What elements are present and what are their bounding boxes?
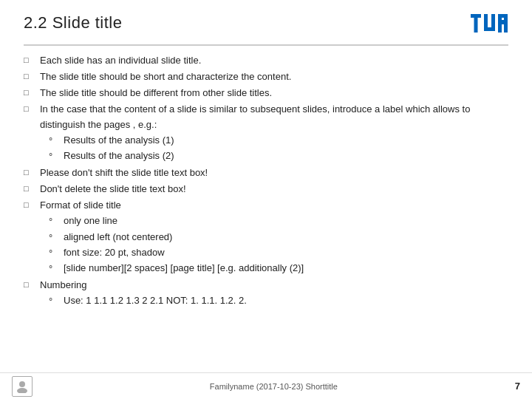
sub-bullet-icon: ⚬ <box>47 293 61 306</box>
sub-bullet-text: Results of the analysis (1) <box>64 133 174 148</box>
sub-bullet-list: ⚬ only one line ⚬ aligned left (not cent… <box>47 214 508 276</box>
sub-list-item: ⚬ [slide number][2 spaces] [page title] … <box>47 261 508 276</box>
bullet-icon: □ <box>24 54 37 66</box>
sub-bullet-text: [slide number][2 spaces] [page title] [e… <box>64 261 304 276</box>
bullet-text: Each slide has an individual slide title… <box>40 53 508 68</box>
bullet-icon: □ <box>24 86 37 99</box>
bullet-icon: □ <box>24 199 37 211</box>
slide-footer: Familyname (2017-10-23) Shorttitle 7 <box>0 372 532 399</box>
bullet-text: In the case that the content of a slide … <box>40 102 508 164</box>
sub-list-item: ⚬ font size: 20 pt, shadow <box>47 245 508 260</box>
bullet-icon: □ <box>24 103 37 115</box>
sub-list-item: ⚬ Results of the analysis (2) <box>47 149 508 163</box>
sub-bullet-text: Results of the analysis (2) <box>64 149 174 163</box>
list-item: □ Format of slide title ⚬ only one line … <box>24 198 508 276</box>
sub-bullet-text: only one line <box>64 214 117 228</box>
bullet-icon: □ <box>24 70 37 83</box>
bullet-text: Don't delete the slide title text box! <box>40 182 508 197</box>
sub-list-item: ⚬ Use: 1 1.1 1.2 1.3 2 2.1 NOT: 1. 1.1. … <box>47 293 508 308</box>
sub-bullet-icon: ⚬ <box>47 261 61 273</box>
sub-list-item: ⚬ Results of the analysis (1) <box>47 133 508 148</box>
sub-bullet-list: ⚬ Use: 1 1.1 1.2 1.3 2 2.1 NOT: 1. 1.1. … <box>47 293 508 308</box>
sub-list-item: ⚬ only one line <box>47 214 508 228</box>
slide-header: 2.2 Slide title <box>24 13 508 46</box>
svg-point-9 <box>19 381 25 387</box>
avatar-icon <box>16 380 29 393</box>
svg-rect-3 <box>491 14 495 27</box>
tum-logo <box>470 13 508 40</box>
sub-list-item: ⚬ aligned left (not centered) <box>47 230 508 245</box>
list-item: □ Please don't shift the slide title tex… <box>24 166 508 180</box>
slide-container: 2.2 Slide title □ Each <box>0 0 532 399</box>
bullet-text: Please don't shift the slide title text … <box>40 166 508 180</box>
list-item: □ The slide title should be different fr… <box>24 86 508 100</box>
svg-rect-0 <box>471 14 481 18</box>
bullet-icon: □ <box>24 166 37 179</box>
sub-bullet-icon: ⚬ <box>47 133 61 146</box>
main-bullet-list: □ Each slide has an individual slide tit… <box>24 53 508 309</box>
sub-bullet-icon: ⚬ <box>47 230 61 242</box>
footer-meta: Familyname (2017-10-23) Shorttitle <box>210 382 338 391</box>
list-item: □ Each slide has an individual slide tit… <box>24 53 508 68</box>
svg-point-10 <box>17 388 27 393</box>
footer-page: 7 <box>515 381 520 392</box>
bullet-icon: □ <box>24 183 37 195</box>
bullet-text: Numbering ⚬ Use: 1 1.1 1.2 1.3 2 2.1 NOT… <box>40 278 508 309</box>
sub-bullet-text: font size: 20 pt, shadow <box>64 245 165 260</box>
bullet-text: The slide title should be short and char… <box>40 69 508 84</box>
bullet-text: The slide title should be different from… <box>40 86 508 100</box>
sub-bullet-icon: ⚬ <box>47 214 61 226</box>
slide-title: 2.2 Slide title <box>24 13 122 33</box>
bullet-icon: □ <box>24 279 37 291</box>
sub-bullet-text: aligned left (not centered) <box>64 230 172 245</box>
list-item: □ In the case that the content of a slid… <box>24 102 508 164</box>
bullet-text: Format of slide title ⚬ only one line ⚬ … <box>40 198 508 276</box>
list-item: □ The slide title should be short and ch… <box>24 69 508 84</box>
sub-bullet-icon: ⚬ <box>47 149 61 161</box>
svg-rect-4 <box>484 27 495 31</box>
svg-rect-8 <box>501 20 505 24</box>
list-item: □ Numbering ⚬ Use: 1 1.1 1.2 1.3 2 2.1 N… <box>24 278 508 309</box>
sub-bullet-list: ⚬ Results of the analysis (1) ⚬ Results … <box>47 133 508 163</box>
list-item: □ Don't delete the slide title text box! <box>24 182 508 197</box>
svg-rect-2 <box>484 14 488 27</box>
content-area: □ Each slide has an individual slide tit… <box>24 53 508 309</box>
sub-bullet-icon: ⚬ <box>47 245 61 258</box>
tum-logo-svg <box>470 13 508 40</box>
sub-bullet-text: Use: 1 1.1 1.2 1.3 2 2.1 NOT: 1. 1.1. 1.… <box>64 293 247 308</box>
footer-avatar <box>12 376 33 397</box>
svg-rect-1 <box>474 18 478 33</box>
